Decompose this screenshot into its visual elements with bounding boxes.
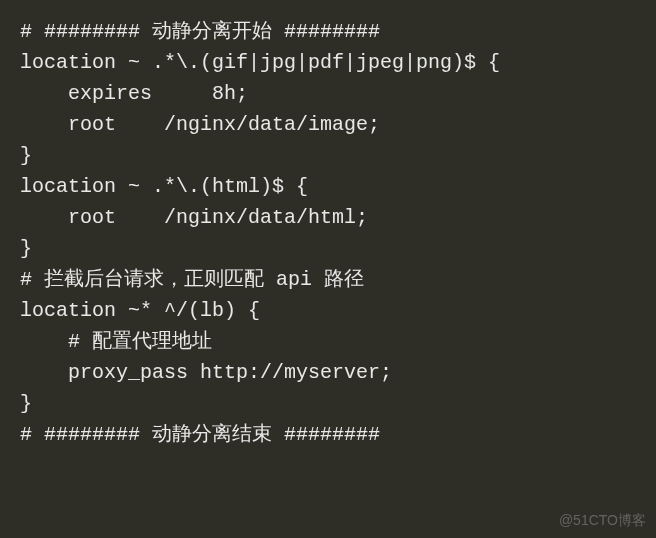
code-line: # 拦截后台请求，正则匹配 api 路径 [20, 264, 636, 295]
code-line: } [20, 233, 636, 264]
code-line: proxy_pass http://myserver; [20, 357, 636, 388]
code-line: expires 8h; [20, 78, 636, 109]
code-line: location ~ .*\.(gif|jpg|pdf|jpeg|png)$ { [20, 47, 636, 78]
code-line: location ~ .*\.(html)$ { [20, 171, 636, 202]
code-line: root /nginx/data/image; [20, 109, 636, 140]
code-line: # ######## 动静分离开始 ######## [20, 16, 636, 47]
code-block: # ######## 动静分离开始 ######## location ~ .*… [20, 16, 636, 450]
code-line: # ######## 动静分离结束 ######## [20, 419, 636, 450]
code-line: root /nginx/data/html; [20, 202, 636, 233]
code-line: # 配置代理地址 [20, 326, 636, 357]
code-line: } [20, 140, 636, 171]
watermark: @51CTO博客 [559, 510, 646, 532]
code-line: } [20, 388, 636, 419]
code-line: location ~* ^/(lb) { [20, 295, 636, 326]
